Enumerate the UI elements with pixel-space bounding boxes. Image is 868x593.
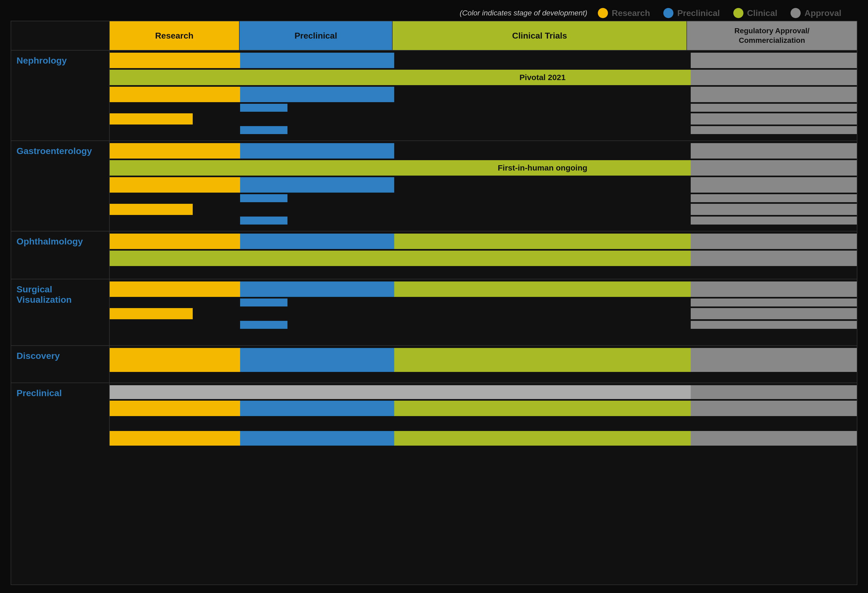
- chart: Research Preclinical Clinical Trials Reg…: [11, 21, 857, 585]
- bar-segment: [240, 143, 394, 159]
- bar-segment: [240, 87, 394, 102]
- nephrology-label: Nephrology: [16, 55, 67, 66]
- bar-segment: [394, 281, 691, 297]
- ophthalmology-pipelines: [110, 231, 857, 279]
- approval-label: Approval: [805, 8, 841, 18]
- bar-segment: [110, 401, 240, 416]
- bar-segment: [394, 234, 691, 249]
- header-approval-col: Regulatory Approval/ Commercialization: [687, 21, 857, 50]
- bar-segment: [110, 87, 240, 102]
- table-row: [110, 204, 857, 215]
- table-row: [110, 177, 857, 193]
- preclinical-label-cell: Preclinical: [11, 383, 110, 431]
- bar-segment: [691, 401, 857, 416]
- preclinical-pipelines: [110, 383, 857, 431]
- pivotal-label: Pivotal 2021: [394, 70, 691, 85]
- bar-segment: [691, 177, 857, 193]
- preclinical-label: Preclinical: [677, 8, 720, 18]
- table-row: [110, 87, 857, 102]
- clinical-dot: [733, 8, 743, 18]
- first-in-human-label: First-in-human ongoing: [394, 160, 691, 175]
- legend-note: (Color indicates stage of development): [460, 9, 587, 17]
- bar-segment: [394, 177, 691, 193]
- table-row: [110, 348, 857, 372]
- table-row: [110, 126, 857, 134]
- bar-segment: [110, 348, 240, 372]
- bottom-approval-bar: [691, 431, 857, 446]
- approval-dot: [791, 8, 801, 18]
- section-ophthalmology: Ophthalmology: [11, 231, 857, 280]
- preclinical-dot: [663, 8, 673, 18]
- bar-segment: [240, 348, 394, 372]
- header-research-col: Research: [110, 21, 239, 50]
- bar-segment: [691, 160, 857, 175]
- bar-segment: [394, 143, 691, 159]
- bar-segment: [240, 401, 394, 416]
- section-gastroenterology: Gastroenterology First-in-human ongoing: [11, 141, 857, 231]
- discovery-label: Discovery: [16, 351, 60, 361]
- table-row: [110, 143, 857, 159]
- table-row: [110, 194, 857, 202]
- table-row: [110, 113, 857, 125]
- section-discovery: Discovery: [11, 346, 857, 383]
- legend-clinical: Clinical: [733, 8, 778, 18]
- research-dot: [598, 8, 608, 18]
- bar-segment: [240, 53, 394, 68]
- bottom-preclinical-bar: [240, 431, 394, 446]
- bar-segment: [691, 143, 857, 159]
- legend-preclinical: Preclinical: [663, 8, 720, 18]
- surgical-label-cell: Surgical Visualization: [11, 280, 110, 345]
- table-row: Pivotal 2021: [110, 70, 857, 85]
- gastroenterology-label: Gastroenterology: [16, 146, 92, 156]
- header-clinical-col: Clinical Trials: [393, 21, 687, 50]
- table-row: [110, 401, 857, 416]
- header-research-label: Research: [155, 31, 193, 41]
- table-row: [110, 321, 857, 329]
- table-row: [110, 53, 857, 68]
- bar-segment: [240, 177, 394, 193]
- section-surgical: Surgical Visualization: [11, 280, 857, 346]
- clinical-label: Clinical: [747, 8, 778, 18]
- header-clinical-label: Clinical Trials: [512, 31, 567, 41]
- bar-segment: [691, 385, 857, 399]
- ophthalmology-label-cell: Ophthalmology: [11, 231, 110, 279]
- header-empty: [11, 21, 110, 50]
- legend-research: Research: [598, 8, 650, 18]
- table-row: First-in-human ongoing: [110, 160, 857, 175]
- bar-segment: [691, 70, 857, 85]
- bar-segment: [110, 177, 240, 193]
- bar-segment: [691, 87, 857, 102]
- research-label: Research: [612, 8, 650, 18]
- nephrology-pipelines: Pivotal 2021: [110, 50, 857, 140]
- section-nephrology: Nephrology Pivotal 2021: [11, 50, 857, 141]
- discovery-label-cell: Discovery: [11, 346, 110, 383]
- bar-segment: [110, 281, 240, 297]
- surgical-pipelines: [110, 280, 857, 345]
- bar-segment: [394, 87, 691, 102]
- gastroenterology-pipelines: First-in-human ongoing: [110, 141, 857, 231]
- bar-segment: [394, 53, 691, 68]
- discovery-pipelines: [110, 346, 857, 383]
- section-preclinical: Preclinical: [11, 383, 857, 431]
- header-preclinical-col: Preclinical: [239, 21, 393, 50]
- table-row: [110, 251, 857, 266]
- legend-items: Research Preclinical Clinical Approval: [598, 8, 841, 18]
- table-row: [110, 104, 857, 112]
- bar-segment: [240, 234, 394, 249]
- header-preclinical-label: Preclinical: [294, 31, 337, 41]
- app-container: (Color indicates stage of development) R…: [0, 0, 868, 593]
- gastroenterology-label-cell: Gastroenterology: [11, 141, 110, 231]
- nephrology-label-cell: Nephrology: [11, 50, 110, 140]
- bar-segment: [691, 234, 857, 249]
- table-row: [110, 234, 857, 249]
- table-row: [110, 385, 857, 399]
- legend-row: (Color indicates stage of development) R…: [11, 8, 857, 18]
- table-row: [110, 299, 857, 306]
- bar-segment: [110, 53, 240, 68]
- table-row: [110, 281, 857, 297]
- bottom-clinical-bar: [394, 431, 691, 446]
- legend-approval: Approval: [791, 8, 841, 18]
- bar-segment: [110, 234, 240, 249]
- bar-segment: [691, 348, 857, 372]
- bar-segment: [394, 401, 691, 416]
